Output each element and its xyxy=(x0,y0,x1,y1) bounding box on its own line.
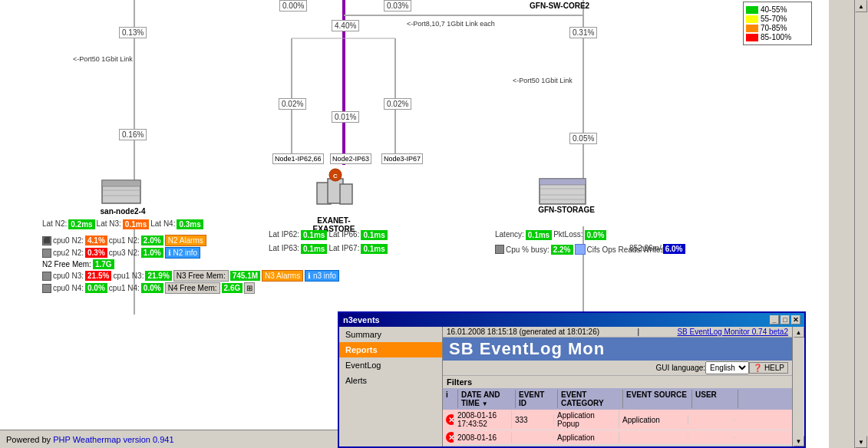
pct-label-top-left: 0.00% xyxy=(279,0,307,12)
legend-item-3: 70-85% xyxy=(746,24,809,32)
gfn-lat-val[interactable]: 0.1ms xyxy=(526,230,552,240)
port-label-left: <-Port50 1Gbit Link xyxy=(73,55,133,63)
td-user-2 xyxy=(688,436,734,438)
eventlog-separator: | xyxy=(637,328,639,336)
svg-rect-21 xyxy=(540,179,586,185)
td-date-2: 2008-01-16 xyxy=(454,433,512,443)
lang-help-bar: GUI language: English ❓ HELP xyxy=(443,361,792,376)
cpu0-n2-val[interactable]: 4.1% xyxy=(85,236,107,245)
lat-n4-val[interactable]: 0.3ms xyxy=(177,219,203,229)
eventlog-sidebar: Summary Reports EventLog Alerts xyxy=(339,327,443,446)
cpu1-n2-val[interactable]: 2.0% xyxy=(141,236,163,245)
exanet-icon: C xyxy=(311,167,357,211)
legend-box: 40-55% 55-70% 70-85% 85-100% xyxy=(743,2,812,45)
language-select[interactable]: English xyxy=(705,361,749,374)
table-header-row: i DATE AND TIME ▼ EVENT ID EVENT CATEGOR… xyxy=(443,388,792,410)
cpu0-n2-label: cpu0 N2: xyxy=(53,236,84,245)
scroll-up-btn[interactable]: ▲ xyxy=(855,0,867,12)
gfn-cpu-icon xyxy=(495,245,504,254)
cpu1-n3-val[interactable]: 21.9% xyxy=(145,271,171,281)
eventlog-big-title-text: SB EventLog Mon xyxy=(449,339,605,358)
status-prefix: Powered by xyxy=(6,435,51,444)
cpu3-n2-val[interactable]: 1.0% xyxy=(141,248,163,258)
n3-info-btn[interactable]: ℹ n3 info xyxy=(305,270,339,282)
weathermap-link[interactable]: PHP Weathermap version 0.941 xyxy=(53,435,173,444)
th-user: USER xyxy=(692,390,738,408)
th-i: i xyxy=(443,390,458,408)
legend-label-1: 40-55% xyxy=(761,5,787,14)
lat-n3-val[interactable]: 0.1ms xyxy=(123,219,149,229)
node1-label: Node1-IP62,66 xyxy=(272,153,324,164)
n3-alarms-btn[interactable]: N3 Alarms xyxy=(262,270,303,282)
eventlog-window-controls: _ □ ✕ xyxy=(770,315,800,324)
n4-extra-btn[interactable]: ⊞ xyxy=(244,282,255,294)
cpu0-n3-val[interactable]: 21.5% xyxy=(85,271,111,281)
legend-color-green xyxy=(746,6,758,14)
main-container: 40-55% 55-70% 70-85% 85-100% xyxy=(0,0,868,448)
lat-n2-label: Lat N2: xyxy=(42,219,67,229)
th-category: EVENT CATEGORY xyxy=(558,390,623,408)
lat-ip66-val[interactable]: 0.1ms xyxy=(361,230,387,240)
cpu-icon-1: ⬛ xyxy=(42,236,51,245)
port-label-right: <-Port50 1Gbit Link xyxy=(513,77,573,84)
scrollbar-right[interactable]: ▲ ▼ xyxy=(854,0,868,448)
table-row-2: ✕ 2008-01-16 Application xyxy=(443,430,792,445)
scroll-down-btn[interactable]: ▼ xyxy=(855,436,867,448)
lat-n2-val[interactable]: 0.2ms xyxy=(68,219,94,229)
lat-ip62-label: Lat IP62: xyxy=(269,230,299,240)
lat-ip63-val[interactable]: 0.1ms xyxy=(301,244,327,254)
td-category-2: Application xyxy=(554,433,619,443)
help-label: HELP xyxy=(764,364,784,372)
n4-mem-val[interactable]: 2.6G xyxy=(222,283,243,293)
eventlog-scroll-down[interactable]: ▼ xyxy=(794,436,804,446)
maximize-btn[interactable]: □ xyxy=(781,315,790,324)
minimize-btn[interactable]: _ xyxy=(770,315,779,324)
lat-ip67-label: Lat IP67: xyxy=(328,244,359,254)
gfn-storage-label: GFN-STORAGE xyxy=(536,206,597,214)
close-btn[interactable]: ✕ xyxy=(791,315,800,324)
gfn-cpu-val[interactable]: 2.2% xyxy=(551,245,573,255)
sidebar-btn-reports[interactable]: Reports xyxy=(339,342,442,357)
sidebar-btn-alerts[interactable]: Alerts xyxy=(339,373,442,388)
scroll-track xyxy=(855,12,867,380)
eventlog-datetime: 16.01.2008 18:15:18 (generated at 18:01:… xyxy=(447,328,599,336)
node2-label: Node2-IP63 xyxy=(330,153,371,164)
gfn-pktloss-val[interactable]: 0.0% xyxy=(585,230,607,240)
gfn-cifs-pct-val[interactable]: 6.0% xyxy=(663,244,685,254)
eventlog-scroll-up[interactable]: ▲ xyxy=(794,327,804,338)
legend-label-2: 55-70% xyxy=(761,15,787,23)
eventlog-version-link[interactable]: SB EventLog Monitor 0.74 beta2 xyxy=(677,328,788,336)
cpu2-n2-val[interactable]: 0.3% xyxy=(85,248,107,258)
sidebar-btn-eventlog[interactable]: EventLog xyxy=(339,357,442,373)
legend-label-3: 70-85% xyxy=(761,24,787,32)
pct-label-right-top: 0.31% xyxy=(569,27,597,38)
gfn-cpu-label: Cpu % busy: xyxy=(506,245,550,254)
svg-rect-17 xyxy=(340,184,352,204)
cpu-icon-2 xyxy=(42,249,51,258)
eventlog-title: n3events xyxy=(343,315,380,324)
n2-alarms-btn[interactable]: N2 Alarms xyxy=(165,235,206,246)
error-icon-1: ✕ xyxy=(446,414,454,425)
lat-n4-label: Lat N4: xyxy=(150,219,175,229)
gfn-network-icon xyxy=(575,244,586,255)
cpu-row-4: cpu0 N4: 0.0% cpu1 N4: 0.0% N4 Free Mem:… xyxy=(42,282,255,294)
n3-mem-val[interactable]: 745.1M xyxy=(230,271,260,281)
help-button[interactable]: ❓ HELP xyxy=(749,362,788,374)
sidebar-btn-summary[interactable]: Summary xyxy=(339,327,442,342)
lat-ip67-val[interactable]: 0.1ms xyxy=(361,244,387,254)
th-date[interactable]: DATE AND TIME ▼ xyxy=(458,390,516,408)
svg-rect-12 xyxy=(102,180,140,186)
lat-ip63-label: Lat IP63: xyxy=(269,244,299,254)
legend-color-yellow xyxy=(746,15,758,23)
eventlog-scrollbar[interactable]: ▲ ▼ xyxy=(792,327,804,446)
n2-info-btn[interactable]: ℹ N2 info xyxy=(165,247,200,259)
table-row-1: ✕ 2008-01-1617:43:52 333 ApplicationPopu… xyxy=(443,410,792,430)
cpu1-n4-val[interactable]: 0.0% xyxy=(141,283,163,293)
gfn-sw-core2-label: GFN-SW-CORE2 xyxy=(530,2,589,10)
gfn-metrics-3: 852.06m/ 6.0% xyxy=(629,244,685,254)
n2-mem-val[interactable]: 1.7G xyxy=(93,259,114,269)
cpu2-n2-label: cpu2 N2: xyxy=(53,249,84,257)
lat-ip62-val[interactable]: 0.1ms xyxy=(301,230,327,240)
cpu0-n4-val[interactable]: 0.0% xyxy=(85,283,107,293)
td-category-1: ApplicationPopup xyxy=(554,410,619,429)
